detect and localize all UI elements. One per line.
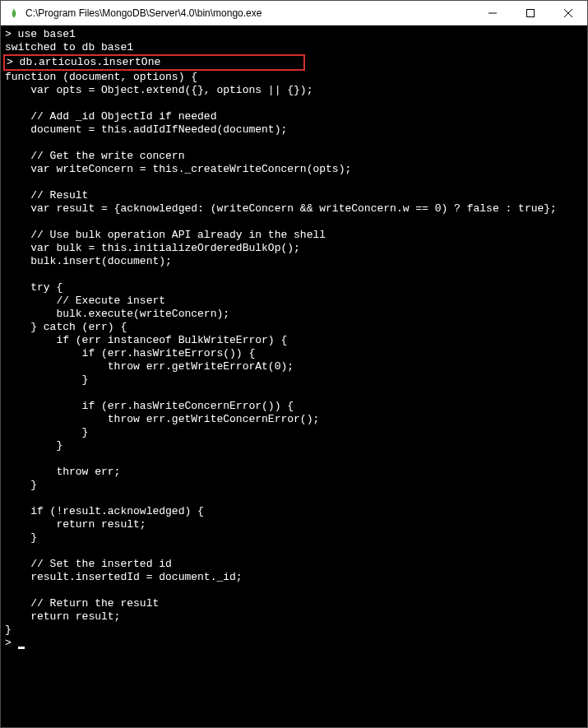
prompt-final: > <box>5 637 18 649</box>
command-use: use base1 <box>18 28 76 40</box>
prompt-symbol: > <box>7 56 20 68</box>
terminal-output[interactable]: > use base1 switched to db base1 > db.ar… <box>1 26 587 727</box>
svg-rect-1 <box>527 9 535 16</box>
prompt-line-1: > use base1 <box>5 28 76 40</box>
cursor <box>18 647 25 649</box>
command-insertone: db.articulos.insertOne <box>20 56 161 68</box>
mongodb-icon <box>7 7 21 20</box>
window-title: C:\Program Files\MongoDB\Server\4.0\bin\… <box>25 7 474 19</box>
titlebar[interactable]: C:\Program Files\MongoDB\Server\4.0\bin\… <box>1 1 587 26</box>
minimize-button[interactable] <box>474 1 512 25</box>
maximize-button[interactable] <box>512 1 549 25</box>
highlighted-command: > db.articulos.insertOne <box>3 54 305 71</box>
window: C:\Program Files\MongoDB\Server\4.0\bin\… <box>0 0 588 728</box>
prompt-symbol: > <box>5 28 18 40</box>
close-button[interactable] <box>549 1 587 25</box>
function-definition: function (document, options) { var opts … <box>5 71 557 636</box>
window-controls <box>474 1 587 25</box>
output-switched: switched to db base1 <box>5 41 133 53</box>
